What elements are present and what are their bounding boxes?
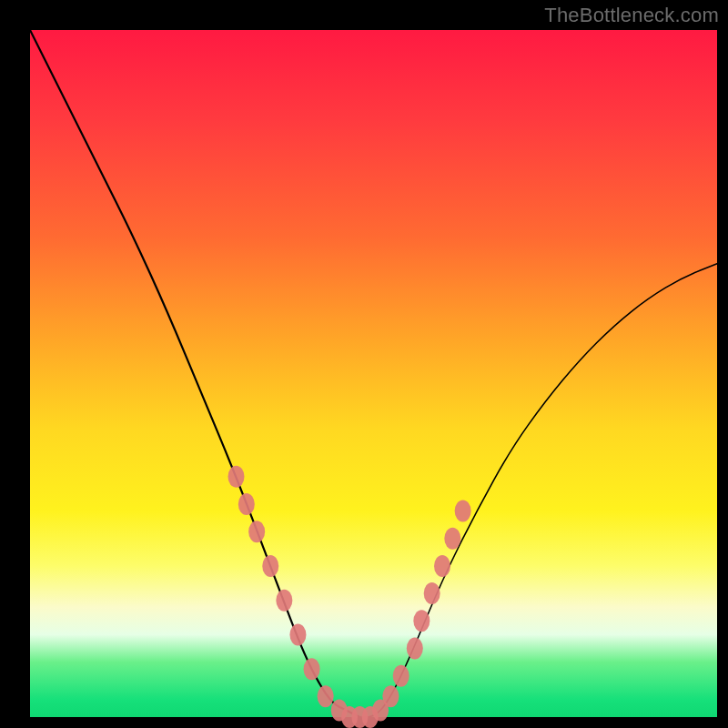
marker-group [228,466,471,728]
curve-marker [434,555,450,577]
curve-marker [424,582,440,604]
curve-marker [248,521,265,542]
curve-marker [393,665,410,687]
curve-marker [318,685,334,707]
curve-left-branch [30,30,359,717]
curve-svg [30,30,717,717]
plot-area [30,30,717,717]
curve-marker [238,493,255,515]
curve-marker [262,555,278,577]
curve-marker [228,466,245,488]
curve-marker [407,638,423,660]
curve-marker [276,590,292,612]
curve-marker [304,658,320,680]
curve-marker [455,500,471,522]
curve-marker [444,528,460,550]
watermark-text: TheBottleneck.com [544,4,719,27]
curve-marker [413,610,430,632]
curve-marker [289,623,306,645]
curve-marker [382,685,399,707]
outer-frame: TheBottleneck.com [0,0,728,728]
